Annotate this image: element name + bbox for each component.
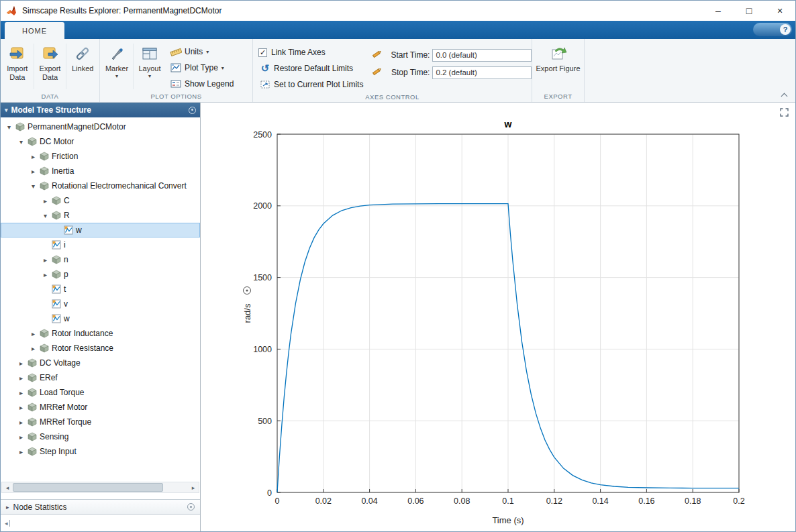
units-dropdown-button[interactable]: Units ▾ <box>169 44 234 60</box>
expand-arrow-icon[interactable]: ▸ <box>16 389 26 396</box>
node-statistics-options-icon[interactable] <box>187 503 195 511</box>
panel-options-icon[interactable] <box>189 107 196 114</box>
expand-arrow-icon[interactable]: ▸ <box>16 448 26 456</box>
collapse-arrow-icon[interactable]: ▾ <box>4 123 14 131</box>
tree-item-sensing[interactable]: ▸Sensing <box>1 429 200 444</box>
tree-item-label: v <box>64 299 72 309</box>
tree-item-label: Rotor Resistance <box>52 343 117 353</box>
link-time-axes-label: Link Time Axes <box>271 48 326 57</box>
tree-item-eref[interactable]: ▸ERef <box>1 370 200 385</box>
expand-arrow-icon[interactable]: ▸ <box>28 330 38 337</box>
tree-item-c[interactable]: ▸C <box>1 193 200 208</box>
section-label-axes-control: AXES CONTROL <box>254 93 530 102</box>
x-tick-label: 0.2 <box>733 496 744 506</box>
tree-item-n[interactable]: ▸n <box>1 252 200 267</box>
marker-dropdown-button[interactable]: Marker ▾ <box>101 41 132 92</box>
scroll-right-icon[interactable]: ▸ <box>188 484 199 491</box>
node-statistics-expand-icon[interactable]: ▸ <box>6 504 9 511</box>
link-time-axes-checkbox[interactable]: ✓ Link Time Axes <box>258 44 363 60</box>
expand-arrow-icon[interactable]: ▸ <box>16 419 26 426</box>
block-icon <box>50 196 62 205</box>
tree-item-dc-motor[interactable]: ▾DC Motor <box>1 134 200 149</box>
units-dropdown-arrow-icon: ▾ <box>206 49 209 55</box>
layout-icon <box>142 44 158 64</box>
tree-item-v[interactable]: v <box>1 297 200 311</box>
export-data-button[interactable]: Export Data <box>35 41 66 92</box>
maximize-button[interactable]: □ <box>734 1 764 21</box>
collapse-arrow-icon[interactable]: ▾ <box>40 212 50 219</box>
expand-arrow-icon[interactable]: ▸ <box>28 168 38 175</box>
tree-item-t[interactable]: t <box>1 282 200 297</box>
tree-item-rotor-resistance[interactable]: ▸Rotor Resistance <box>1 341 200 356</box>
collapse-arrow-icon[interactable]: ▾ <box>28 182 38 190</box>
close-button[interactable]: × <box>764 1 795 21</box>
linked-button[interactable]: Linked <box>67 41 98 92</box>
tree-item-step-input[interactable]: ▸Step Input <box>1 444 200 459</box>
tree-item-mrref-torque[interactable]: ▸MRRef Torque <box>1 415 200 429</box>
tree-horizontal-scrollbar[interactable]: ◂ ▸ <box>1 482 199 493</box>
signal-icon <box>50 284 62 294</box>
import-data-button[interactable]: Import Data <box>2 41 33 92</box>
tree-item-dc-voltage[interactable]: ▸DC Voltage <box>1 356 200 370</box>
node-statistics-panel[interactable]: ▸ Node Statistics <box>1 499 200 515</box>
ribbon-section-export: Export Figure EXPORT <box>532 39 585 102</box>
tree-item-w[interactable]: w <box>1 311 200 326</box>
block-icon <box>50 211 62 220</box>
linked-label: Linked <box>72 64 93 73</box>
scroll-left-icon[interactable]: ◂ <box>2 484 13 491</box>
minimize-ribbon-button[interactable] <box>779 92 789 99</box>
export-figure-button[interactable]: Export Figure <box>534 41 583 92</box>
tree-item-rotor-inductance[interactable]: ▸Rotor Inductance <box>1 326 200 341</box>
start-time-label: Start Time: <box>384 50 430 60</box>
stop-time-input[interactable] <box>432 66 532 79</box>
tree-item-r[interactable]: ▾R <box>1 208 200 223</box>
block-icon <box>38 166 50 176</box>
expand-arrow-icon[interactable]: ▸ <box>40 197 50 205</box>
plot-type-dropdown-button[interactable]: Plot Type ▾ <box>169 60 234 76</box>
panel-collapse-arrow-icon[interactable]: ▾ <box>5 107 8 113</box>
tab-home[interactable]: HOME <box>5 22 64 39</box>
tree-item-inertia[interactable]: ▸Inertia <box>1 164 200 178</box>
w-signal-chart[interactable]: 00.020.040.060.080.10.120.140.160.180.20… <box>201 103 795 532</box>
export-data-icon <box>42 44 59 64</box>
matlab-logo-icon <box>6 5 18 17</box>
tree-item-i[interactable]: i <box>1 237 200 252</box>
tree-item-label: DC Voltage <box>40 358 85 368</box>
expand-arrow-icon[interactable]: ▸ <box>16 360 26 367</box>
expand-arrow-icon[interactable]: ▸ <box>40 256 50 264</box>
minimize-button[interactable]: – <box>703 1 734 21</box>
tree-item-label: MRRef Torque <box>40 417 95 427</box>
scrollbar-thumb[interactable] <box>13 483 163 492</box>
ribbon-section-plot-options: Marker ▾ Layout ▾ Units <box>100 39 253 102</box>
tree-item-w[interactable]: w <box>1 223 200 237</box>
collapse-arrow-icon[interactable]: ▾ <box>16 138 26 146</box>
layout-dropdown-button[interactable]: Layout ▾ <box>134 41 165 92</box>
tree-item-permanentmagnetdcmotor[interactable]: ▾PermanentMagnetDCMotor <box>1 119 200 134</box>
tree-item-friction[interactable]: ▸Friction <box>1 149 200 164</box>
scrollbar-track[interactable] <box>13 483 188 492</box>
tree-item-p[interactable]: ▸p <box>1 267 200 282</box>
tree-item-label: w <box>64 314 74 323</box>
collapse-splitter-icon[interactable]: ◂ <box>5 520 10 527</box>
tree-item-load-torque[interactable]: ▸Load Torque <box>1 385 200 400</box>
expand-arrow-icon[interactable]: ▸ <box>16 433 26 441</box>
tree-item-mrref-motor[interactable]: ▸MRRef Motor <box>1 400 200 415</box>
set-to-current-plot-limits-button[interactable]: Set to Current Plot Limits <box>258 76 363 93</box>
tree-item-label: Inertia <box>52 166 78 176</box>
start-time-input[interactable] <box>432 49 532 62</box>
expand-arrow-icon[interactable]: ▸ <box>28 345 38 352</box>
model-tree-structure-header[interactable]: ▾ Model Tree Structure <box>1 103 200 117</box>
tree-item-rotational-electromechanical-convert[interactable]: ▾Rotational Electromechanical Convert <box>1 178 200 193</box>
checkbox-checked-icon[interactable]: ✓ <box>258 48 267 57</box>
expand-arrow-icon[interactable]: ▸ <box>40 271 50 278</box>
expand-arrow-icon[interactable]: ▸ <box>16 374 26 382</box>
tree-item-label: Rotor Inductance <box>52 329 117 338</box>
tree-item-label: Load Torque <box>40 388 89 397</box>
expand-arrow-icon[interactable]: ▸ <box>28 153 38 160</box>
import-data-label: Import Data <box>7 64 28 82</box>
restore-default-limits-button[interactable]: ↺ Restore Default Limits <box>258 60 363 76</box>
show-legend-button[interactable]: Show Legend <box>169 76 234 92</box>
help-button[interactable]: ? <box>753 23 792 36</box>
tree-item-label: p <box>64 270 72 279</box>
expand-arrow-icon[interactable]: ▸ <box>16 404 26 411</box>
